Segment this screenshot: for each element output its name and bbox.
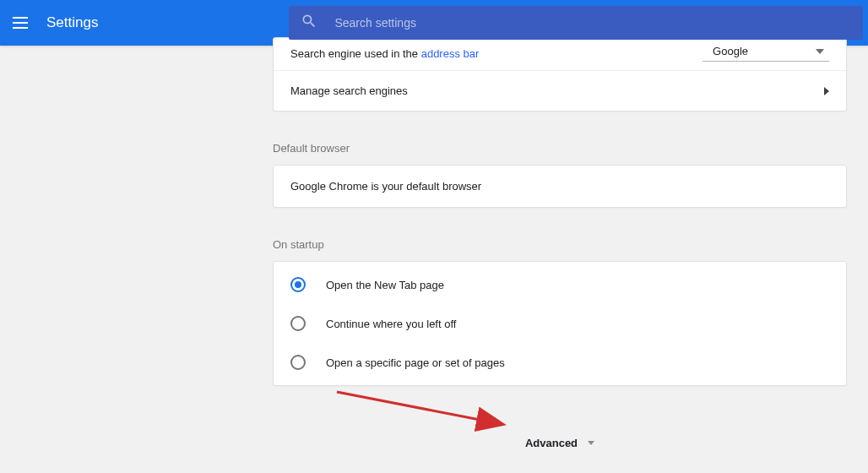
- search-icon: [301, 13, 317, 33]
- default-browser-status: Google Chrome is your default browser: [290, 180, 481, 193]
- search-engine-label-prefix: Search engine used in the: [290, 47, 421, 60]
- address-bar-link[interactable]: address bar: [421, 47, 480, 60]
- search-engine-card: Search engine used in the address bar Go…: [273, 37, 847, 111]
- default-browser-section-title: Default browser: [273, 142, 847, 155]
- search-container: [289, 6, 863, 40]
- manage-search-engines-label: Manage search engines: [290, 84, 408, 97]
- startup-option-label: Continue where you left off: [326, 318, 456, 330]
- startup-option-new-tab[interactable]: Open the New Tab page: [274, 265, 846, 304]
- hamburger-menu-icon[interactable]: [10, 13, 30, 33]
- chevron-down-icon: [588, 441, 594, 445]
- radio-icon: [290, 277, 306, 292]
- search-engine-select[interactable]: Google: [703, 45, 829, 62]
- search-engine-row: Search engine used in the address bar Go…: [274, 38, 846, 71]
- search-engine-value: Google: [713, 45, 748, 57]
- radio-icon: [290, 316, 306, 331]
- startup-card: Open the New Tab page Continue where you…: [273, 261, 847, 386]
- startup-option-label: Open the New Tab page: [326, 279, 444, 291]
- search-input[interactable]: [334, 16, 840, 30]
- startup-option-continue[interactable]: Continue where you left off: [274, 304, 846, 343]
- settings-content: Search engine used in the address bar Go…: [273, 37, 847, 449]
- chevron-down-icon: [816, 49, 824, 54]
- app-header: Settings: [0, 0, 868, 46]
- advanced-label: Advanced: [525, 437, 578, 449]
- page-title: Settings: [46, 14, 98, 31]
- default-browser-card: Google Chrome is your default browser: [273, 165, 847, 208]
- manage-search-engines-row[interactable]: Manage search engines: [274, 71, 846, 111]
- radio-icon: [290, 355, 306, 370]
- chevron-right-icon: [824, 87, 829, 95]
- startup-option-label: Open a specific page or set of pages: [326, 356, 505, 369]
- advanced-toggle[interactable]: Advanced: [273, 437, 847, 449]
- startup-section-title: On startup: [273, 238, 847, 251]
- startup-option-specific-pages[interactable]: Open a specific page or set of pages: [274, 343, 846, 382]
